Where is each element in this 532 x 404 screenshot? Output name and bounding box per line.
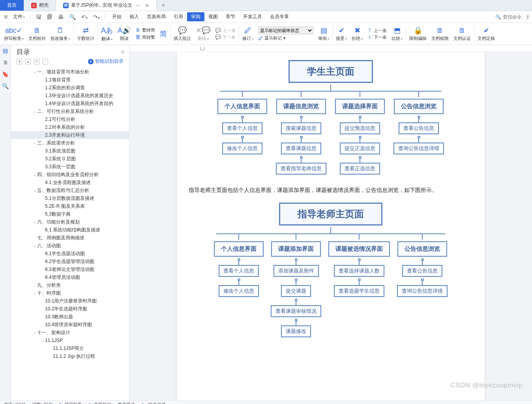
tab-document[interactable]: W 基于JSP的毕...实现 毕业论文 ▭ ✕ [56,0,157,11]
outline-item[interactable]: 10.4管理员审题时序图 [11,321,129,329]
wordcount-button[interactable]: ⇄字数统计 [75,26,97,41]
file-menu[interactable]: 文件▾ [11,13,27,20]
outline-item[interactable]: 七、用例图及用例描述 [11,234,129,242]
track-display-select[interactable]: 显示标记的最终状态 [258,26,313,34]
document-canvas[interactable]: 学生主页面 个人信息界面查看个人信息修改个人信息课题信息浏览搜索课题信息查看课题… [129,45,532,400]
main-menu-章节[interactable]: 章节 [222,13,239,20]
status-proof[interactable]: 🗎文档校对 [88,402,111,404]
command-search[interactable]: 🔍 [495,14,530,20]
main-menu-视图[interactable]: 视图 [204,13,222,20]
undo-icon[interactable]: ↶▾ [79,14,90,20]
translate-button[interactable]: Aあ翻译▾ [99,26,115,42]
status-page[interactable]: 页面: 18/41 [4,402,26,404]
outline-item[interactable]: 8.3老师论文管理活动图 [11,265,129,273]
simp-to-trad-button[interactable]: 繁简转繁 [136,34,155,41]
hamburger-icon[interactable]: ≡ [2,13,9,21]
outline-item[interactable]: 10.3教师出题 [11,313,129,321]
outline-item[interactable]: ⌄六、功能分析及规划 [11,218,129,226]
next-comment-button[interactable]: 💬下一条 [215,34,236,40]
outline-item[interactable]: 3.2系统 0 层图 [11,155,129,163]
outline-item[interactable]: 2.3开发和运行环境 [11,131,129,139]
saveas-icon[interactable]: 🗐 [45,14,54,20]
outline-item[interactable]: 九、分析类 [11,281,129,289]
outline-tree[interactable]: ⌄一、项目背景与市场分析1.1项目背景1.2系统的初步调查1.3毕业设计选题系统… [11,66,129,400]
outline-item[interactable]: 10.2学生选题时序图 [11,305,129,313]
ruler-tab-marker[interactable] [200,47,204,50]
outline-item[interactable]: ⌄十、时序图 [11,289,129,297]
main-menu-审阅[interactable]: 审阅 [187,12,204,21]
outline-item[interactable]: 1.4毕业设计选题系统的开发目的 [11,100,129,107]
outline-item[interactable]: 2.1可行性分析 [11,115,129,123]
outline-item[interactable]: ⌄二、可行性分析及系统分析 [11,107,129,115]
outline-item[interactable]: 10.1用户注册登录时序图 [11,297,129,305]
prev-change-button[interactable]: 🡑上一条 [367,28,387,34]
outline-item[interactable]: 6.1 系统功能结构图及描述 [11,226,129,234]
main-menu-引用[interactable]: 引用 [170,13,187,20]
main-menu-会员专享[interactable]: 会员专享 [266,13,293,20]
main-menu-开始[interactable]: 开始 [108,13,126,20]
outline-item[interactable]: 3.3系统一层图 [11,163,129,171]
status-spell[interactable]: ✎拼写检查 [59,402,82,404]
status-missing-font[interactable]: Aa缺失字体 [141,402,165,404]
read-button[interactable]: A🔊朗读 [115,26,133,41]
minus-icon[interactable]: − [43,59,48,64]
outline-item[interactable]: 8.2学生选题管理活动图 [11,257,129,265]
outline-item[interactable]: ⌄十一、架构设计 [11,329,129,336]
outline-item[interactable]: ⌄四、组织结构及业务流程分析 [11,171,129,179]
revise-service-button[interactable]: 🗒批改服务▾ [48,26,73,41]
outline-close-icon[interactable]: ✕ [120,49,125,55]
main-menu-开发工具[interactable]: 开发工具 [239,13,266,20]
delete-comment-button[interactable]: ✕💬删除▾ [193,26,213,41]
outline-item[interactable]: 4.1 业务流程图及描述 [11,179,129,186]
outline-item[interactable]: 1.1项目背景 [11,76,129,84]
simp-button[interactable]: 简 [157,29,169,39]
outline-item[interactable]: ⌄一、项目背景与市场分析 [11,68,129,76]
doc-final-button[interactable]: ✔文档定稿 [475,26,497,41]
insert-comment-button[interactable]: 💬插入批注 [171,26,193,41]
accept-button[interactable]: ✔接受▾ [333,26,349,41]
outline-item[interactable]: ⌄三、系统需求分析 [11,139,129,147]
next-change-button[interactable]: 🡓下一条 [367,34,387,40]
bookmark-rail-icon[interactable]: 🔖 [2,71,9,77]
outline-item[interactable]: ⌄11.1JSP [11,336,129,344]
ai-recognize-button[interactable]: ✦智能识别目录 [88,58,124,65]
collapse-all-icon[interactable]: ▾ [17,59,22,64]
review-pane-button[interactable]: ▤审阅▾ [316,26,332,41]
outline-item[interactable]: 11.1.2 Jsp 执行过程 [11,352,129,360]
tab-home[interactable]: 首页 [0,0,24,11]
status-compat[interactable]: 兼容模式 [118,402,135,404]
ruler[interactable] [129,45,532,52]
trad-to-simp-button[interactable]: 🗎繁转简 [136,27,155,33]
doc-perm-button[interactable]: 🗎文档权限 [429,26,451,41]
print-icon[interactable]: 🖶 [56,14,66,20]
prev-comment-button[interactable]: 💬上一条 [215,28,236,34]
add-tab-button[interactable]: ＋ [157,0,170,11]
main-menu-插入[interactable]: 插入 [126,13,143,20]
outline-item[interactable]: ⌄八、活动图 [11,242,129,250]
main-menu-页面布局[interactable]: 页面布局 [143,13,170,20]
track-changes-button[interactable]: 🖉修订▾ [240,26,256,41]
search-rail-icon[interactable]: 🔍 [2,83,9,89]
tab-shell[interactable]: D稻壳 [24,0,56,11]
redo-icon[interactable]: ↷▾ [91,14,101,20]
compare-button[interactable]: ⬒比较▾ [389,26,405,41]
search-input[interactable] [502,14,530,20]
outline-item[interactable]: 3.1系统顶层图 [11,147,129,155]
outline-item[interactable]: 8.1学生选题活动图 [11,250,129,257]
save-icon[interactable]: 🖫 [34,14,43,20]
close-icon[interactable]: ✕ [145,3,149,8]
outline-item[interactable]: 5.1分层数据流图及描述 [11,194,129,202]
outline-item[interactable]: 8.4管理员活动图 [11,273,129,281]
outline-item[interactable]: 5.2E-R 图及关系表 [11,202,129,210]
expand-all-icon[interactable]: ▴ [25,59,31,64]
outline-item[interactable]: 2.2对本系统的分析 [11,123,129,131]
outline-item[interactable]: ⌄五、数据流程与汇总分析 [11,186,129,194]
preview-icon[interactable]: 🔍 [67,14,78,20]
show-marks-button[interactable]: 🖉显示标记▾ [258,35,313,41]
status-words[interactable]: 字数: 7945 [32,402,53,404]
outline-item[interactable]: 1.2系统的初步调查 [11,84,129,92]
outline-item[interactable]: 1.3毕业设计选题系统的发展历史 [11,92,129,100]
page-rail-icon[interactable]: 🗎 [3,59,8,66]
doc-auth-button[interactable]: 🗎文档认证 [451,26,473,41]
reject-button[interactable]: ✖拒绝▾ [349,26,365,41]
